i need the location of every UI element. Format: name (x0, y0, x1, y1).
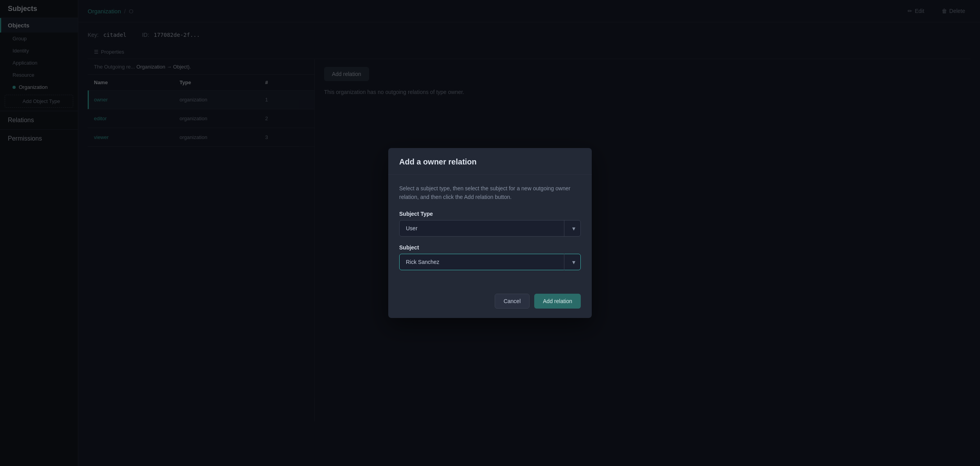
modal-description: Select a subject type, then select the s… (399, 184, 581, 202)
modal-overlay[interactable]: Add a owner relation Select a subject ty… (0, 0, 980, 466)
subject-type-label: Subject Type (399, 211, 581, 217)
modal: Add a owner relation Select a subject ty… (388, 148, 592, 318)
subject-select[interactable]: Rick Sanchez Morty Smith Beth Smith (399, 254, 581, 270)
modal-header: Add a owner relation (388, 148, 592, 175)
subject-group: Subject Rick Sanchez Morty Smith Beth Sm… (399, 244, 581, 270)
subject-label: Subject (399, 244, 581, 251)
modal-footer: Cancel Add relation (388, 287, 592, 318)
subject-select-wrapper: Rick Sanchez Morty Smith Beth Smith ▾ (399, 254, 581, 270)
modal-body: Select a subject type, then select the s… (388, 175, 592, 288)
subject-type-select[interactable]: User Group Identity Application (399, 220, 581, 237)
add-relation-submit-button[interactable]: Add relation (534, 294, 581, 309)
subject-type-select-wrapper: User Group Identity Application ▾ (399, 220, 581, 237)
select-divider-2 (564, 254, 564, 270)
select-divider (564, 220, 564, 237)
subject-type-group: Subject Type User Group Identity Applica… (399, 211, 581, 237)
modal-title: Add a owner relation (399, 157, 581, 166)
cancel-button[interactable]: Cancel (495, 294, 530, 309)
